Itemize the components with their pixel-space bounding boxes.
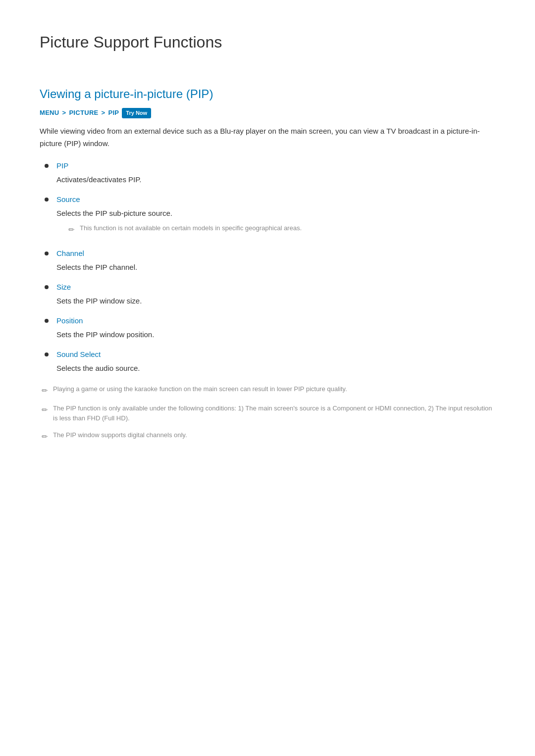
list-item: Position Sets the PIP window position. [40,315,495,341]
try-now-badge[interactable]: Try Now [122,108,151,119]
page-title: Picture Support Functions [40,30,495,60]
bullet-content: Channel Selects the PIP channel. [56,248,495,273]
bullet-desc-size: Sets the PIP window size. [56,297,142,305]
footer-notes: ✏ Playing a game or using the karaoke fu… [40,384,495,443]
bullet-content: Size Sets the PIP window size. [56,281,495,307]
bullet-desc-position: Sets the PIP window position. [56,330,154,339]
footer-note-text-1: Playing a game or using the karaoke func… [53,384,347,394]
bullet-content: Sound Select Selects the audio source. [56,349,495,374]
bullet-term-sound-select: Sound Select [56,349,495,360]
breadcrumb-pip[interactable]: PIP [108,108,119,118]
bullet-term-source: Source [56,194,495,205]
note-icon-2: ✏ [42,404,48,416]
bullet-dot [45,198,49,202]
bullet-dot [45,252,49,255]
bullet-dot [45,353,49,356]
list-item: Source Selects the PIP sub-picture sourc… [40,194,495,240]
breadcrumb-picture[interactable]: Picture [69,108,98,118]
list-item: Sound Select Selects the audio source. [40,349,495,374]
bullet-term-channel: Channel [56,248,495,259]
bullet-term-size: Size [56,281,495,293]
bullet-content: Position Sets the PIP window position. [56,315,495,341]
section-title: Viewing a picture-in-picture (PIP) [40,85,495,103]
bullet-term-pip: PIP [56,160,495,172]
list-item: Size Sets the PIP window size. [40,281,495,307]
bullet-dot [45,319,49,323]
bullet-desc-source: Selects the PIP sub-picture source. [56,209,172,217]
breadcrumb: MENU > Picture > PIP Try Now [40,108,495,119]
note-icon-3: ✏ [42,431,48,443]
note-text: This function is not available on certai… [80,223,302,233]
bullet-content: Source Selects the PIP sub-picture sourc… [56,194,495,240]
bullet-content: PIP Activates/deactivates PIP. [56,160,495,186]
footer-note-text-3: The PIP window supports digital channels… [53,430,187,440]
bullet-desc-channel: Selects the PIP channel. [56,263,137,271]
bullet-desc-pip: Activates/deactivates PIP. [56,175,141,184]
list-item: PIP Activates/deactivates PIP. [40,160,495,186]
footer-note-2: ✏ The PIP function is only available und… [40,403,495,423]
note-icon: ✏ [68,224,75,236]
breadcrumb-sep1: > [62,108,66,118]
breadcrumb-menu[interactable]: MENU [40,108,59,118]
bullet-term-position: Position [56,315,495,327]
list-item: Channel Selects the PIP channel. [40,248,495,273]
bullet-dot [45,164,49,168]
note-icon-1: ✏ [42,385,48,397]
footer-note-1: ✏ Playing a game or using the karaoke fu… [40,384,495,397]
intro-text: While viewing video from an external dev… [40,125,495,150]
bullet-desc-sound-select: Selects the audio source. [56,364,140,372]
footer-note-text-2: The PIP function is only available under… [53,403,495,423]
feature-list: PIP Activates/deactivates PIP. Source Se… [40,160,495,374]
note-block: ✏ This function is not available on cert… [68,223,495,236]
bullet-dot [45,285,49,289]
footer-note-3: ✏ The PIP window supports digital channe… [40,430,495,443]
breadcrumb-sep2: > [102,108,106,118]
